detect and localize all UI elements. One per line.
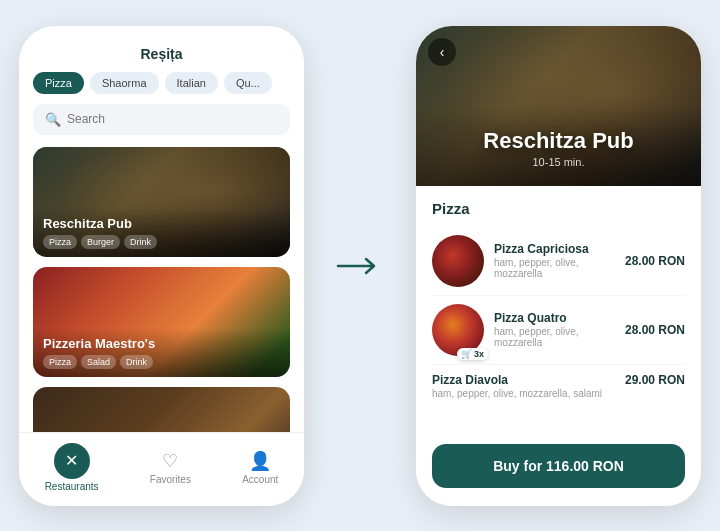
restaurant-card-pub[interactable]: Reschitza Pub Pizza Burger Drink <box>33 147 290 257</box>
card-tag-burger: Burger <box>81 235 120 249</box>
menu-content: Pizza Pizza Capriciosa ham, pepper, oliv… <box>416 186 701 432</box>
chip-italian[interactable]: Italian <box>165 72 218 94</box>
account-icon: 👤 <box>249 450 271 472</box>
capriciosa-price: 28.00 RON <box>625 254 685 268</box>
chip-shaorma[interactable]: Shaorma <box>90 72 159 94</box>
card-tag-m-salad: Salad <box>81 355 116 369</box>
menu-item-quatro[interactable]: 🛒 3x Pizza Quatro ham, pepper, olive, mo… <box>432 296 685 365</box>
card-tag-drink: Drink <box>124 235 157 249</box>
card-tags-maestro: Pizza Salad Drink <box>43 355 280 369</box>
search-bar[interactable]: 🔍 <box>33 104 290 135</box>
badge-count: 3x <box>474 349 484 359</box>
city-name: Reșița <box>35 46 288 62</box>
card-overlay-pub: Reschitza Pub Pizza Burger Drink <box>33 208 290 257</box>
search-input[interactable] <box>67 112 278 126</box>
restaurant-card-maestro[interactable]: Pizzeria Maestro's Pizza Salad Drink <box>33 267 290 377</box>
nav-favorites-label: Favorites <box>150 474 191 485</box>
quatro-price: 28.00 RON <box>625 323 685 337</box>
diavola-price: 29.00 RON <box>625 373 685 387</box>
quatro-desc: ham, pepper, olive, mozzarella <box>494 326 615 348</box>
restaurant-list: Reschitza Pub Pizza Burger Drink Pizzeri… <box>19 147 304 432</box>
card-overlay-maestro: Pizzeria Maestro's Pizza Salad Drink <box>33 328 290 377</box>
nav-restaurants-label: Restaurants <box>45 481 99 492</box>
diavola-desc: ham, pepper, olive, mozzarella, salami <box>432 388 615 399</box>
hero-text: Reschitza Pub 10-15 min. <box>416 129 701 167</box>
right-phone: ‹ Reschitza Pub 10-15 min. Pizza Pizza C… <box>416 26 701 506</box>
quatro-name: Pizza Quatro <box>494 311 615 325</box>
menu-items: Pizza Capriciosa ham, pepper, olive, moz… <box>432 227 685 407</box>
card-tag-pizza: Pizza <box>43 235 77 249</box>
arrow-icon <box>336 256 384 276</box>
buy-button[interactable]: Buy for 116.00 RON <box>432 444 685 488</box>
category-chips: Pizza Shaorma Italian Qu... <box>19 72 304 104</box>
favorites-icon: ♡ <box>162 450 178 472</box>
pizza-quatro-img-container: 🛒 3x <box>432 304 484 356</box>
arrow-container <box>336 256 384 276</box>
card-title-pub: Reschitza Pub <box>43 216 280 231</box>
card-title-maestro: Pizzeria Maestro's <box>43 336 280 351</box>
card-tag-m-drink: Drink <box>120 355 153 369</box>
buy-button-container: Buy for 116.00 RON <box>416 432 701 506</box>
left-phone: Reșița Pizza Shaorma Italian Qu... 🔍 Res… <box>19 26 304 506</box>
bottom-nav: ✕ Restaurants ♡ Favorites 👤 Account <box>19 432 304 506</box>
diavola-info: Pizza Diavola ham, pepper, olive, mozzar… <box>432 373 615 399</box>
capriciosa-name: Pizza Capriciosa <box>494 242 615 256</box>
restaurant-name: Reschitza Pub <box>416 129 701 153</box>
nav-favorites[interactable]: ♡ Favorites <box>150 450 191 485</box>
phone-header: Reșița <box>19 26 304 72</box>
capriciosa-info: Pizza Capriciosa ham, pepper, olive, moz… <box>494 242 615 279</box>
hero-image: ‹ Reschitza Pub 10-15 min. <box>416 26 701 186</box>
chip-qu[interactable]: Qu... <box>224 72 272 94</box>
search-icon: 🔍 <box>45 112 61 127</box>
capriciosa-desc: ham, pepper, olive, mozzarella <box>494 257 615 279</box>
nav-account-label: Account <box>242 474 278 485</box>
chip-pizza[interactable]: Pizza <box>33 72 84 94</box>
restaurants-icon: ✕ <box>65 451 78 470</box>
card-tag-m-pizza: Pizza <box>43 355 77 369</box>
diavola-name: Pizza Diavola <box>432 373 615 387</box>
card-tags-pub: Pizza Burger Drink <box>43 235 280 249</box>
menu-item-diavola[interactable]: Pizza Diavola ham, pepper, olive, mozzar… <box>432 365 685 407</box>
nav-restaurants[interactable]: ✕ Restaurants <box>45 443 99 492</box>
menu-item-capriciosa[interactable]: Pizza Capriciosa ham, pepper, olive, moz… <box>432 227 685 296</box>
quatro-info: Pizza Quatro ham, pepper, olive, mozzare… <box>494 311 615 348</box>
back-button[interactable]: ‹ <box>428 38 456 66</box>
section-title: Pizza <box>432 200 685 217</box>
quatro-badge: 🛒 3x <box>457 348 488 360</box>
restaurant-card-third[interactable] <box>33 387 290 432</box>
delivery-time: 10-15 min. <box>416 156 701 168</box>
cart-icon: 🛒 <box>461 349 472 359</box>
nav-account[interactable]: 👤 Account <box>242 450 278 485</box>
pizza-capriciosa-img <box>432 235 484 287</box>
